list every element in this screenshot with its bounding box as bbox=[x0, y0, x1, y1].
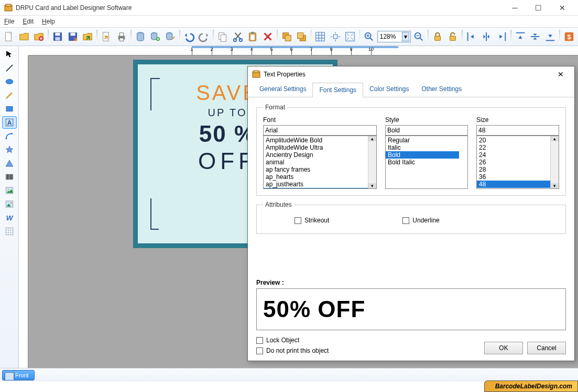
align-right-button[interactable] bbox=[494, 29, 508, 44]
list-item[interactable]: ap_hearts bbox=[264, 173, 368, 181]
redo-button[interactable] bbox=[197, 29, 211, 44]
snap-button[interactable] bbox=[329, 29, 342, 44]
dialog-close-button[interactable]: ✕ bbox=[551, 70, 570, 79]
list-item[interactable]: Bold Italic bbox=[386, 159, 459, 166]
save-as-button[interactable] bbox=[66, 29, 79, 44]
list-item[interactable]: 24 bbox=[477, 151, 550, 159]
list-item[interactable]: ap_justhearts bbox=[264, 181, 368, 188]
list-item[interactable]: 48 bbox=[477, 181, 550, 188]
open-button[interactable] bbox=[17, 29, 30, 44]
list-item[interactable]: 36 bbox=[477, 173, 550, 181]
list-item[interactable]: Bold bbox=[386, 151, 459, 159]
svg-rect-6 bbox=[56, 37, 60, 40]
list-item[interactable]: 20 bbox=[477, 137, 550, 144]
list-item[interactable]: AmplitudeWide Bold bbox=[264, 137, 368, 144]
align-top-button[interactable] bbox=[514, 29, 527, 44]
scrollbar[interactable] bbox=[368, 136, 376, 188]
lock-button[interactable] bbox=[431, 29, 444, 44]
list-item[interactable]: Italic bbox=[386, 144, 459, 151]
lock-object-checkbox[interactable]: Lock Object bbox=[256, 337, 484, 344]
maximize-button[interactable]: ☐ bbox=[527, 1, 550, 15]
triangle-tool[interactable] bbox=[2, 157, 17, 170]
list-item[interactable]: Ancientry Design bbox=[264, 151, 368, 159]
align-center-h-button[interactable] bbox=[479, 29, 493, 44]
vertical-ruler bbox=[19, 55, 28, 368]
bring-front-button[interactable] bbox=[280, 29, 293, 44]
purchase-button[interactable]: $ bbox=[562, 29, 576, 44]
grid-button[interactable] bbox=[313, 29, 327, 44]
svg-rect-29 bbox=[333, 35, 337, 38]
align-bottom-button[interactable] bbox=[543, 29, 557, 44]
save-button[interactable] bbox=[51, 29, 64, 44]
list-item[interactable]: Arial bbox=[264, 188, 368, 189]
fit-button[interactable] bbox=[343, 29, 357, 44]
style-listbox[interactable]: RegularItalicBoldBold Italic bbox=[385, 136, 468, 189]
align-left-button[interactable] bbox=[465, 29, 478, 44]
line-tool[interactable] bbox=[2, 62, 17, 74]
close-button[interactable]: ✕ bbox=[550, 1, 574, 15]
style-input[interactable] bbox=[385, 125, 468, 136]
list-item[interactable]: ap fancy frames bbox=[264, 166, 368, 173]
menu-help[interactable]: Help bbox=[42, 18, 55, 25]
image-tool[interactable] bbox=[2, 184, 17, 197]
no-print-checkbox[interactable]: Do not print this object bbox=[256, 347, 484, 354]
pattern-tool[interactable] bbox=[2, 225, 17, 238]
scrollbar[interactable] bbox=[550, 136, 559, 188]
ellipse-tool[interactable] bbox=[2, 75, 17, 88]
database-add-button[interactable] bbox=[148, 29, 162, 44]
cut-button[interactable] bbox=[231, 29, 245, 44]
tab-color-settings[interactable]: Color Settings bbox=[363, 82, 415, 97]
zoom-in-button[interactable] bbox=[362, 29, 376, 44]
send-back-button[interactable] bbox=[295, 29, 308, 44]
strikeout-checkbox[interactable]: Strikeout bbox=[295, 217, 329, 224]
list-item[interactable]: AmplitudeWide Ultra bbox=[264, 144, 368, 151]
wordart-tool[interactable]: W bbox=[2, 211, 17, 224]
database-button[interactable] bbox=[134, 29, 147, 44]
align-middle-button[interactable] bbox=[528, 29, 542, 44]
text-tool[interactable]: A bbox=[2, 116, 17, 129]
database-link-button[interactable] bbox=[163, 29, 177, 44]
list-item[interactable]: Regular bbox=[386, 137, 459, 144]
undo-button[interactable] bbox=[182, 29, 196, 44]
star-tool[interactable] bbox=[2, 143, 17, 156]
barcode-tool[interactable] bbox=[2, 171, 17, 183]
svg-rect-8 bbox=[70, 33, 75, 36]
list-item[interactable]: animal bbox=[264, 159, 368, 166]
export-button[interactable] bbox=[81, 29, 94, 44]
cancel-button[interactable]: Cancel bbox=[527, 342, 566, 354]
list-item[interactable]: 28 bbox=[477, 166, 550, 173]
picture-tool[interactable] bbox=[2, 198, 17, 210]
paste-button[interactable] bbox=[246, 29, 259, 44]
list-item[interactable]: 22 bbox=[477, 144, 550, 151]
pointer-tool[interactable] bbox=[2, 48, 17, 61]
list-item[interactable]: 72 bbox=[477, 188, 550, 189]
size-input[interactable] bbox=[476, 125, 559, 136]
delete-button[interactable] bbox=[261, 29, 275, 44]
print-button[interactable] bbox=[114, 29, 128, 44]
ok-button[interactable]: OK bbox=[484, 342, 523, 354]
dialog-title-bar[interactable]: Text Properties ✕ bbox=[248, 66, 574, 82]
tab-other-settings[interactable]: Other Settings bbox=[415, 82, 468, 97]
underline-checkbox[interactable]: Underline bbox=[402, 217, 439, 224]
tab-font-settings[interactable]: Font Settings bbox=[312, 83, 363, 97]
size-listbox[interactable]: 2022242628364872 bbox=[476, 136, 559, 189]
page-setup-button[interactable] bbox=[100, 29, 113, 44]
copy-button[interactable] bbox=[216, 29, 230, 44]
svg-rect-5 bbox=[56, 33, 60, 36]
zoom-select[interactable]: 128%▾ bbox=[377, 31, 411, 42]
arc-tool[interactable] bbox=[2, 130, 17, 142]
rectangle-tool[interactable] bbox=[2, 103, 17, 115]
menu-edit[interactable]: Edit bbox=[23, 18, 34, 25]
tab-general-settings[interactable]: General Settings bbox=[253, 82, 312, 97]
new-button[interactable] bbox=[2, 29, 16, 44]
zoom-out-button[interactable] bbox=[412, 29, 426, 44]
list-item[interactable]: 26 bbox=[477, 159, 550, 166]
unlock-button[interactable] bbox=[445, 29, 459, 44]
font-input[interactable] bbox=[263, 125, 377, 136]
minimize-button[interactable]: ─ bbox=[503, 1, 527, 15]
close-file-button[interactable] bbox=[32, 29, 46, 44]
menu-file[interactable]: File bbox=[4, 18, 14, 25]
tab-front[interactable]: Front bbox=[2, 370, 35, 380]
font-listbox[interactable]: AmplitudeWide BoldAmplitudeWide UltraAnc… bbox=[263, 136, 377, 189]
pencil-tool[interactable] bbox=[2, 89, 17, 102]
